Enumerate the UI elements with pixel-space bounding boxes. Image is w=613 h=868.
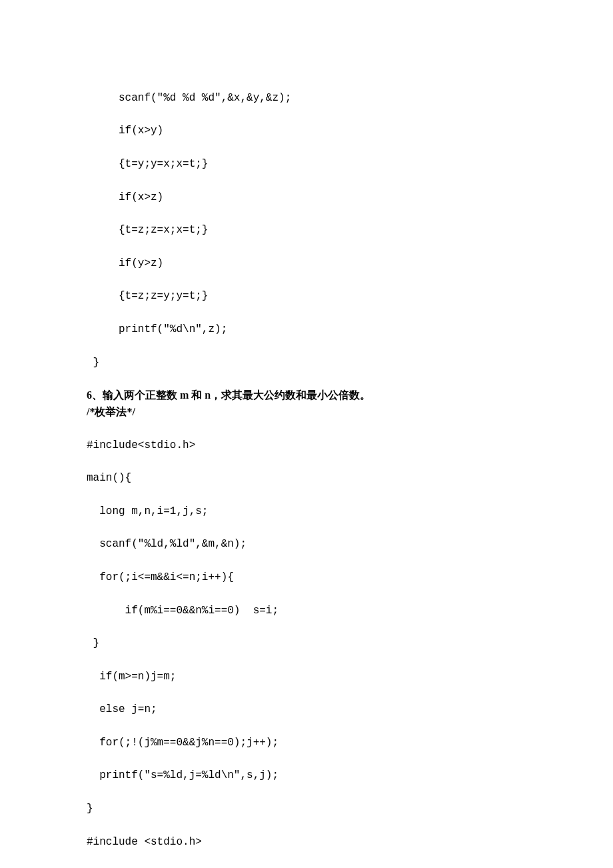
problem-heading-6: 6、输入两个正整数 m 和 n，求其最大公约数和最小公倍数。 — [87, 387, 526, 404]
code-line: } — [87, 801, 526, 817]
code-block-1: scanf("%d %d %d",&x,&y,&z); if(x>y) {t=y… — [87, 73, 526, 387]
code-line: {t=z;z=x;x=t;} — [87, 222, 526, 239]
comment-enum: /*枚举法*/ — [87, 404, 526, 421]
code-line: if(m%i==0&&n%i==0) s=i; — [87, 603, 526, 619]
code-line: for(;!(j%m==0&&j%n==0);j++); — [87, 735, 526, 751]
code-line: printf("s=%ld,j=%ld\n",s,j); — [87, 767, 526, 784]
code-line: if(x>y) — [87, 123, 526, 139]
code-line: long m,n,i=1,j,s; — [87, 503, 526, 520]
code-line: if(x>z) — [87, 189, 526, 206]
code-block-2: #include<stdio.h> main(){ long m,n,i=1,j… — [87, 421, 526, 868]
code-line: scanf("%d %d %d",&x,&y,&z); — [87, 90, 526, 107]
code-line: } — [87, 355, 526, 371]
code-line: if(y>z) — [87, 255, 526, 272]
code-line: for(;i<=m&&i<=n;i++){ — [87, 569, 526, 586]
code-line: main(){ — [87, 470, 526, 487]
code-line: else j=n; — [87, 701, 526, 718]
code-line: } — [87, 635, 526, 652]
code-line: if(m>=n)j=m; — [87, 669, 526, 685]
code-line: printf("%d\n",z); — [87, 321, 526, 338]
code-line: #include<stdio.h> — [87, 437, 526, 454]
code-line: #include <stdio.h> — [87, 834, 526, 851]
code-line: {t=y;y=x;x=t;} — [87, 156, 526, 173]
code-line: scanf("%ld,%ld",&m,&n); — [87, 536, 526, 553]
code-line: {t=z;z=y;y=t;} — [87, 288, 526, 305]
